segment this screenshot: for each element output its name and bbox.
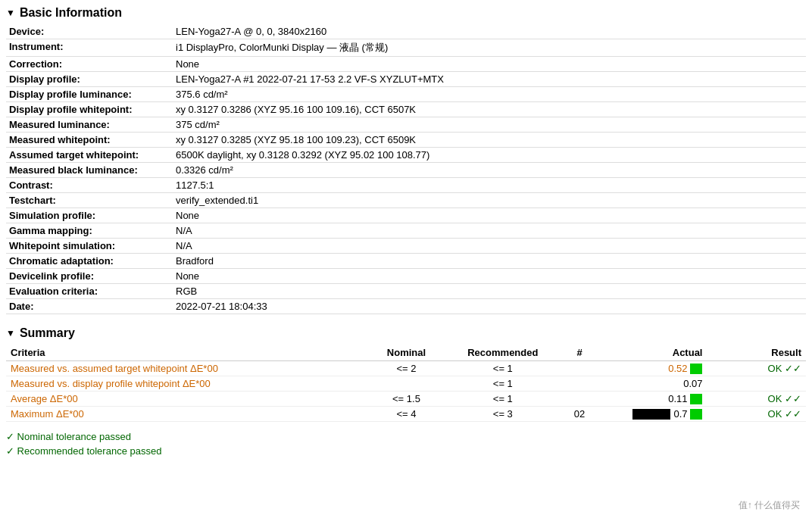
row-label: Display profile whitepoint: — [6, 102, 173, 117]
tolerance-note: ✓ Nominal tolerance passed — [6, 431, 806, 442]
row-label: Gamma mapping: — [6, 223, 173, 239]
row-value: RGB — [173, 284, 806, 299]
col-result: Result — [707, 345, 806, 361]
row-value: xy 0.3127 0.3285 (XYZ 95.18 100 109.23),… — [173, 133, 806, 148]
summary-criteria: Measured vs. display profile whitepoint … — [6, 376, 362, 392]
table-row: Maximum ΔE*00<= 4<= 3020.7OK ✓✓ — [6, 407, 806, 422]
row-value: LEN-Yoga27-A @ 0, 0, 3840x2160 — [173, 24, 806, 39]
table-row: Measured vs. assumed target whitepoint Δ… — [6, 361, 806, 376]
summary-header: ▼ Summary — [6, 326, 806, 340]
row-value: xy 0.3127 0.3286 (XYZ 95.16 100 109.16),… — [173, 102, 806, 117]
summary-nominal: <= 2 — [362, 361, 451, 376]
row-value: 2022-07-21 18:04:33 — [173, 299, 806, 314]
col-recommended: Recommended — [451, 345, 554, 361]
row-value: 6500K daylight, xy 0.3128 0.3292 (XYZ 95… — [173, 148, 806, 163]
table-row: Assumed target whitepoint:6500K daylight… — [6, 148, 806, 163]
table-row: Devicelink profile:None — [6, 269, 806, 284]
col-actual: Actual — [604, 345, 707, 361]
row-value: i1 DisplayPro, ColorMunki Display — 液晶 (… — [173, 39, 806, 57]
green-bar — [690, 364, 702, 374]
summary-hash: 02 — [554, 407, 604, 422]
summary-criteria: Maximum ΔE*00 — [6, 407, 362, 422]
collapse-triangle[interactable]: ▼ — [6, 8, 15, 18]
black-bar — [632, 409, 670, 420]
summary-collapse-triangle[interactable]: ▼ — [6, 328, 15, 339]
basic-info-table: Device:LEN-Yoga27-A @ 0, 0, 3840x2160Ins… — [6, 24, 806, 314]
row-value: None — [173, 57, 806, 72]
row-value: None — [173, 269, 806, 284]
summary-actual: 0.52 — [604, 361, 707, 376]
summary-criteria: Measured vs. assumed target whitepoint Δ… — [6, 361, 362, 376]
row-label: Measured luminance: — [6, 117, 173, 133]
table-row: Testchart:verify_extended.ti1 — [6, 193, 806, 208]
row-label: Measured black luminance: — [6, 163, 173, 178]
row-value: 0.3326 cd/m² — [173, 163, 806, 178]
table-row: Measured black luminance:0.3326 cd/m² — [6, 163, 806, 178]
summary-recommended: <= 1 — [451, 361, 554, 376]
row-value: 375.6 cd/m² — [173, 87, 806, 102]
tolerance-note: ✓ Recommended tolerance passed — [6, 445, 806, 457]
table-row: Device:LEN-Yoga27-A @ 0, 0, 3840x2160 — [6, 24, 806, 39]
summary-result — [707, 376, 806, 392]
table-row: Chromatic adaptation:Bradford — [6, 254, 806, 269]
table-row: Display profile luminance:375.6 cd/m² — [6, 87, 806, 102]
row-value: None — [173, 208, 806, 223]
row-value: N/A — [173, 239, 806, 254]
col-hash: # — [554, 345, 604, 361]
row-label: Contrast: — [6, 178, 173, 193]
summary-section: ▼ Summary Criteria Nominal Recommended #… — [6, 326, 806, 457]
row-value: 1127.5:1 — [173, 178, 806, 193]
summary-actual: 0.11 — [604, 392, 707, 407]
summary-hash — [554, 361, 604, 376]
row-value: verify_extended.ti1 — [173, 193, 806, 208]
row-value: Bradford — [173, 254, 806, 269]
summary-result: OK ✓✓ — [707, 392, 806, 407]
row-label: Display profile: — [6, 72, 173, 87]
summary-recommended: <= 1 — [451, 376, 554, 392]
table-row: Evaluation criteria:RGB — [6, 284, 806, 299]
col-nominal: Nominal — [362, 345, 451, 361]
table-row: Contrast:1127.5:1 — [6, 178, 806, 193]
table-row: Gamma mapping:N/A — [6, 223, 806, 239]
table-row: Measured vs. display profile whitepoint … — [6, 376, 806, 392]
summary-criteria: Average ΔE*00 — [6, 392, 362, 407]
table-row: Measured luminance:375 cd/m² — [6, 117, 806, 133]
summary-recommended: <= 1 — [451, 392, 554, 407]
summary-actual: 0.07 — [604, 376, 707, 392]
row-label: Chromatic adaptation: — [6, 254, 173, 269]
row-label: Date: — [6, 299, 173, 314]
summary-hash — [554, 392, 604, 407]
summary-recommended: <= 3 — [451, 407, 554, 422]
summary-hash — [554, 376, 604, 392]
green-bar — [690, 409, 702, 420]
summary-result: OK ✓✓ — [707, 407, 806, 422]
row-value: LEN-Yoga27-A #1 2022-07-21 17-53 2.2 VF-… — [173, 72, 806, 87]
basic-info-title: Basic Information — [20, 6, 122, 20]
table-row: Date:2022-07-21 18:04:33 — [6, 299, 806, 314]
row-label: Evaluation criteria: — [6, 284, 173, 299]
row-label: Testchart: — [6, 193, 173, 208]
summary-nominal: <= 1.5 — [362, 392, 451, 407]
table-row: Whitepoint simulation:N/A — [6, 239, 806, 254]
summary-table: Criteria Nominal Recommended # Actual Re… — [6, 345, 806, 422]
row-value: N/A — [173, 223, 806, 239]
row-value: 375 cd/m² — [173, 117, 806, 133]
summary-nominal: <= 4 — [362, 407, 451, 422]
table-row: Instrument:i1 DisplayPro, ColorMunki Dis… — [6, 39, 806, 57]
row-label: Display profile luminance: — [6, 87, 173, 102]
table-row: Simulation profile:None — [6, 208, 806, 223]
row-label: Whitepoint simulation: — [6, 239, 173, 254]
table-row: Display profile whitepoint:xy 0.3127 0.3… — [6, 102, 806, 117]
table-row: Average ΔE*00<= 1.5<= 10.11OK ✓✓ — [6, 392, 806, 407]
summary-nominal — [362, 376, 451, 392]
summary-notes: ✓ Nominal tolerance passed✓ Recommended … — [6, 431, 806, 457]
summary-actual: 0.7 — [604, 407, 707, 422]
row-label: Correction: — [6, 57, 173, 72]
row-label: Instrument: — [6, 39, 173, 57]
row-label: Device: — [6, 24, 173, 39]
row-label: Measured whitepoint: — [6, 133, 173, 148]
summary-result: OK ✓✓ — [707, 361, 806, 376]
row-label: Devicelink profile: — [6, 269, 173, 284]
summary-title: Summary — [20, 326, 75, 340]
row-label: Simulation profile: — [6, 208, 173, 223]
